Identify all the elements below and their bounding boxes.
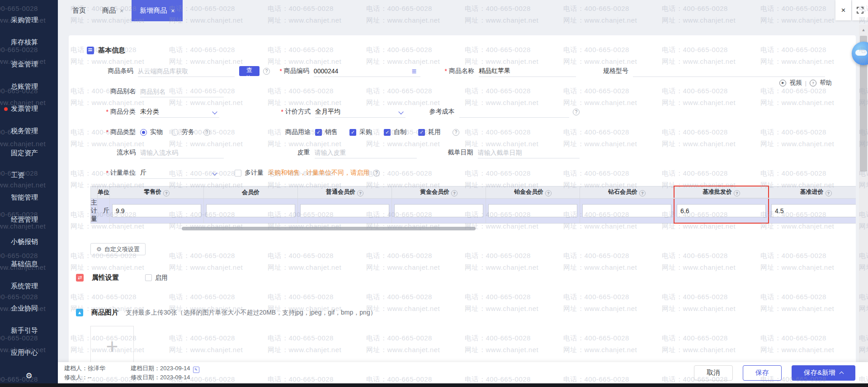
column-help-icon[interactable]: ? [734,190,740,196]
price-cell [392,198,486,223]
sidebar-item[interactable]: 税务管理 [0,120,58,142]
fullscreen-icon[interactable] [852,0,868,20]
chevron-up-icon [840,371,844,376]
price-input[interactable] [207,205,295,217]
sidebar-item[interactable]: 采购管理 [0,9,58,31]
refcost-input[interactable] [459,106,569,118]
pricing-select[interactable]: 全月平均 [315,106,406,118]
sidebar-item[interactable]: 库存核算 [0,31,58,53]
notification-dot-icon [4,107,8,111]
price-input[interactable] [301,205,389,217]
usage-option[interactable]: ✓采购 [349,128,372,136]
sidebar-item[interactable]: 基础信息 [0,253,58,275]
name-input[interactable] [479,65,576,77]
column-help-icon[interactable]: ? [826,190,832,196]
code-input[interactable] [314,65,420,77]
price-input[interactable] [677,205,765,217]
usage-option[interactable]: ✓自制 [384,128,406,136]
code-rule-icon[interactable]: ≣ [411,67,417,75]
usage-label: 商品用途 [270,128,311,136]
barcode-help-icon[interactable]: ? [263,68,270,75]
cutoff-date-input[interactable] [478,147,580,158]
sidebar-item[interactable]: 总账管理 [0,76,58,98]
spec-input[interactable] [633,65,825,77]
sidebar-item[interactable]: 应用中心 [0,342,58,364]
vertical-scrollbar[interactable]: ▲ [859,25,868,383]
play-icon: ▶ [779,80,786,86]
custom-fields-button[interactable]: ⚙ 自定义项设置 [90,243,146,255]
sidebar-item[interactable]: 固定资产 [0,142,58,164]
scroll-up-icon[interactable]: ▲ [859,25,868,32]
column-header: 钻石会员价? [580,186,675,198]
enable-option[interactable]: 启用 [145,274,168,282]
video-link[interactable]: 视频 [789,79,802,87]
unit-label: *计量单位 [82,169,136,177]
column-header: 普通会员价? [298,186,392,198]
edit-date-icon[interactable]: ✎ [193,367,199,373]
creator-line: 建档人：徐泽华 [64,364,105,373]
cutoff-label: 截单日期 [417,148,473,157]
sidebar: 采购管理库存核算资金管理总账管理发票管理税务管理固定资产工资智能管理经营管理小畅… [0,0,58,387]
sidebar-item[interactable]: 智能管理 [0,186,58,209]
column-help-icon[interactable]: ? [451,190,458,196]
barcode-query-button[interactable]: 查询 [239,66,259,76]
horizontal-scrollbar[interactable] [182,227,476,230]
price-input[interactable] [772,205,856,217]
multiunit-help-icon[interactable]: ? [373,170,380,177]
type-option-service[interactable]: 劳务 [172,128,194,136]
price-cell: 斤 [98,198,110,223]
help-links: ▶ 视频 | ? 帮助 [779,79,832,87]
sidebar-item[interactable]: 发票管理 [0,98,58,120]
close-window-icon[interactable]: × [835,0,851,20]
sidebar-item[interactable]: 系统管理 [0,275,58,297]
price-cell [769,198,856,223]
attribute-section: ⇄ 属性设置 启用 [76,273,856,282]
price-input[interactable] [583,205,671,217]
usage-option[interactable]: ✓耗用 [418,128,441,136]
app-window: 采购管理库存核算资金管理总账管理发票管理税务管理固定资产工资智能管理经营管理小畅… [0,0,868,387]
tab[interactable]: 新增商品× [132,0,183,21]
column-help-icon[interactable]: ? [163,190,170,196]
multiunit-option[interactable]: 多计量 [235,169,264,177]
sidebar-item[interactable]: 资金管理 [0,53,58,76]
record-info: 建档人：徐泽华 修改人：-- 建档日期：2023-09-14✎ 修改日期：202… [64,364,199,382]
tab-close-icon[interactable]: × [171,8,175,14]
usage-help-icon[interactable]: ? [453,129,459,136]
column-help-icon[interactable]: ? [357,190,363,196]
help-link[interactable]: 帮助 [820,79,832,87]
image-upload-hint: 支持最多上传30张（选择的图片单张大小不超过20MB，支持jpg，jpeg，gi… [126,309,377,317]
alias-input[interactable] [140,86,224,97]
type-option-physical[interactable]: 实物 [140,128,163,136]
unit-select[interactable]: 斤 [140,167,219,179]
sidebar-item[interactable]: 企业协同 [0,297,58,320]
tab[interactable]: 首页 [64,0,94,21]
barcode-input[interactable] [138,65,235,77]
sidebar-item[interactable]: 新手引导 [0,320,58,342]
column-help-icon[interactable]: ? [545,190,552,196]
tab[interactable]: 商品× [94,0,132,21]
save-and-new-button[interactable]: 保存&新增 [792,365,855,381]
sidebar-item[interactable]: 经营管理 [0,209,58,231]
price-input[interactable] [113,205,201,217]
category-select[interactable]: 未分类 [140,106,219,118]
settings-gear-icon[interactable]: ⚙ [0,371,58,381]
save-button[interactable]: 保存 [743,365,782,381]
sidebar-item[interactable]: 小畅报销 [0,231,58,253]
column-header: 铂金会员价? [486,186,580,198]
chevron-down-icon [398,109,403,114]
column-help-icon[interactable]: ? [639,190,646,196]
usage-option[interactable]: ✓销售 [315,128,338,136]
radio-icon [172,129,179,136]
type-help-icon[interactable]: ? [203,129,210,136]
refcost-help-icon[interactable]: ? [573,109,580,115]
price-cell: 主计量 [91,198,98,223]
cancel-button[interactable]: 取消 [694,365,733,381]
sidebar-item[interactable]: 工资 [0,164,58,186]
price-input[interactable] [489,205,577,217]
serial-input[interactable] [140,147,224,158]
tab-close-icon[interactable]: × [120,8,123,14]
spec-label: 规格型号 [580,67,628,75]
price-input[interactable] [395,205,483,217]
refcost-label: 参考成本 [417,108,455,116]
tare-input[interactable] [315,147,417,158]
